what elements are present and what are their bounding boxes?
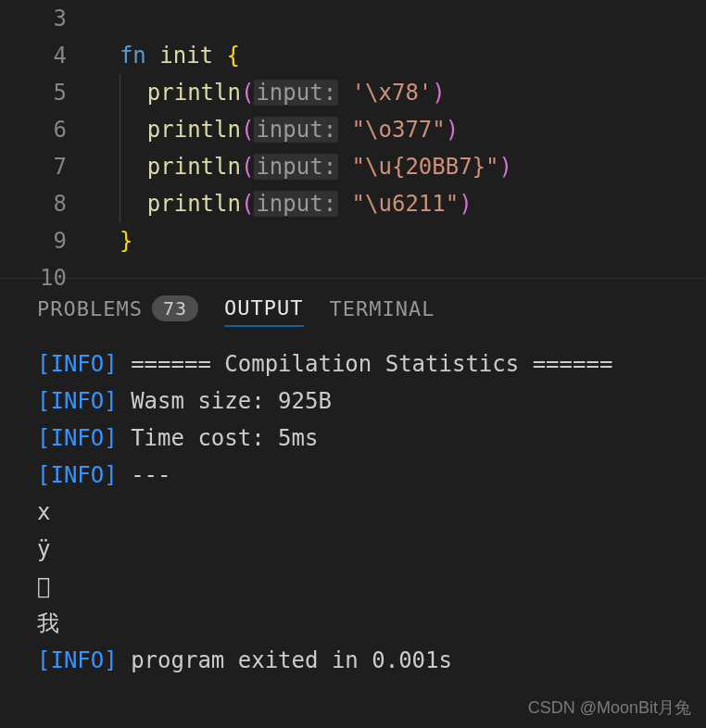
output-text: program exited in 0.001s — [118, 647, 452, 673]
output-text: --- — [118, 462, 171, 488]
token-text — [146, 43, 159, 69]
token-text — [93, 117, 120, 143]
token-text — [93, 228, 120, 254]
token-brace: { — [227, 43, 240, 69]
code-line[interactable]: } — [93, 222, 706, 259]
token-str: "\o377" — [352, 117, 446, 143]
problems-count-badge: 73 — [152, 295, 198, 321]
token-text — [120, 154, 147, 180]
output-line: 我 — [37, 605, 669, 642]
output-line: x — [37, 494, 669, 531]
token-text — [338, 117, 351, 143]
line-number: 5 — [0, 74, 67, 111]
output-line: [INFO] ====== Compilation Statistics ===… — [37, 345, 669, 383]
output-line: [INFO] Wasm size: 925B — [37, 383, 669, 420]
token-text — [213, 43, 226, 69]
output-line: ÿ — [37, 531, 669, 568]
code-line[interactable] — [93, 259, 706, 296]
tab-terminal[interactable]: TERMINAL — [330, 292, 435, 326]
line-number: 9 — [0, 222, 67, 259]
token-paren2: ( — [241, 80, 254, 106]
output-text: Time cost: 5ms — [118, 425, 319, 451]
code-line[interactable] — [93, 0, 706, 37]
output-line: 𠮷 — [37, 568, 669, 605]
output-line: [INFO] --- — [37, 457, 669, 494]
output-text: 𠮷 — [37, 573, 50, 599]
token-paren2: ( — [241, 154, 254, 180]
token-paren2: ) — [499, 154, 512, 180]
token-text — [93, 154, 120, 180]
token-kw: fn — [120, 43, 146, 69]
token-param-hint: input: — [254, 191, 338, 217]
token-paren2: ( — [241, 191, 254, 217]
line-number: 6 — [0, 111, 67, 148]
token-param-hint: input: — [254, 154, 338, 180]
code-editor[interactable]: 345678910 fn init { println(input: '\x78… — [0, 0, 706, 278]
code-line[interactable]: println(input: "\u6211") — [93, 185, 706, 222]
tab-terminal-label: TERMINAL — [330, 297, 435, 320]
code-line[interactable]: println(input: '\x78') — [93, 74, 706, 111]
token-call: println — [147, 154, 241, 180]
token-text — [120, 191, 147, 217]
bottom-panel: PROBLEMS 73 OUTPUT TERMINAL [INFO] =====… — [0, 278, 706, 686]
token-param-hint: input: — [254, 80, 338, 106]
info-tag: [INFO] — [37, 425, 118, 451]
code-line[interactable]: fn init { — [93, 37, 706, 74]
output-line: [INFO] Time cost: 5ms — [37, 420, 669, 457]
line-number-gutter: 345678910 — [0, 0, 93, 278]
line-number: 7 — [0, 148, 67, 185]
token-text — [93, 191, 120, 217]
tab-problems-label: PROBLEMS — [37, 297, 143, 320]
info-tag: [INFO] — [37, 351, 118, 377]
output-text: Wasm size: 925B — [118, 388, 332, 414]
info-tag: [INFO] — [37, 462, 118, 488]
line-number: 4 — [0, 37, 67, 74]
token-str: "\u6211" — [352, 191, 460, 217]
output-content[interactable]: [INFO] ====== Compilation Statistics ===… — [0, 338, 706, 686]
token-str: "\u{20BB7}" — [352, 154, 499, 180]
token-text — [338, 191, 351, 217]
info-tag: [INFO] — [37, 388, 118, 414]
output-text: ====== Compilation Statistics ====== — [118, 351, 613, 377]
output-text: x — [37, 499, 50, 525]
token-paren2: ) — [432, 80, 445, 106]
token-call: println — [147, 80, 241, 106]
line-number: 3 — [0, 0, 67, 37]
code-line[interactable]: println(input: "\u{20BB7}") — [93, 148, 706, 185]
output-text: ÿ — [37, 536, 50, 562]
output-line: [INFO] program exited in 0.001s — [37, 642, 669, 679]
token-fn-name: init — [159, 43, 213, 69]
token-text — [120, 117, 147, 143]
tab-output-label: OUTPUT — [224, 296, 303, 320]
token-text — [338, 80, 351, 106]
token-call: println — [147, 117, 241, 143]
code-area[interactable]: fn init { println(input: '\x78') println… — [93, 0, 706, 278]
info-tag: [INFO] — [37, 647, 118, 673]
token-char: '\x78' — [352, 80, 433, 106]
token-paren2: ) — [459, 191, 472, 217]
token-paren2: ) — [446, 117, 459, 143]
output-text: 我 — [37, 610, 59, 636]
token-paren2: ( — [241, 117, 254, 143]
watermark: CSDN @MoonBit月兔 — [528, 697, 691, 719]
token-text — [120, 80, 147, 106]
token-text — [93, 80, 120, 106]
token-call: println — [147, 191, 241, 217]
token-brace: } — [120, 228, 132, 254]
code-line[interactable]: println(input: "\o377") — [93, 111, 706, 148]
token-text — [338, 154, 351, 180]
token-param-hint: input: — [254, 117, 338, 143]
token-text — [93, 43, 120, 69]
line-number: 8 — [0, 185, 67, 222]
